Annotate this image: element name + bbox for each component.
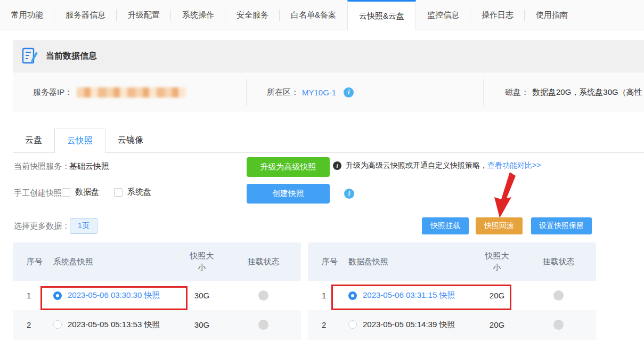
data-disk-snapshot-table: 序号 数据盘快照 快照大小 挂载状态 1 2023-05-06 03:31:15…: [308, 242, 596, 339]
snapshot-name: 2023-05-05 05:13:53 快照: [68, 320, 160, 330]
checkbox-label: 数据盘: [75, 187, 99, 197]
server-info-bar: 服务器IP： 所在区： MY10G-1 i 磁盘： 数据盘20G，系统盘30G（…: [13, 72, 644, 112]
zone-info-icon[interactable]: i: [344, 87, 354, 98]
tab-upgrade-config[interactable]: 升级配置: [117, 0, 171, 30]
row-index: 1: [308, 291, 342, 300]
server-ip-masked: [77, 87, 186, 98]
checkbox-icon: [114, 188, 123, 197]
service-label: 当前快照服务：: [14, 161, 70, 172]
document-edit-icon: [22, 47, 38, 64]
snapshot-size: 20G: [473, 320, 521, 329]
tab-cloud-snapshot-disk[interactable]: 云快照&云盘: [347, 0, 416, 30]
zone-value: MY10G-1: [302, 88, 336, 97]
snapshot-retention-button[interactable]: 设置快照保留: [531, 217, 592, 234]
system-disk-snapshot-table: 序号 系统盘快照 快照大小 挂载状态 1 2023-05-06 03:30:30…: [13, 242, 301, 339]
snapshot-link[interactable]: 2023-05-06 03:30:30 快照: [68, 290, 160, 301]
table-header: 序号 数据盘快照 快照大小 挂载状态: [308, 242, 596, 281]
checkbox-icon: [62, 188, 70, 197]
create-snapshot-info-icon[interactable]: i: [344, 189, 354, 199]
table-row: 2 2023-05-05 05:14:39 快照 20G: [308, 310, 596, 339]
mount-status-dot: [258, 290, 268, 301]
tab-whitelist-icp[interactable]: 白名单&备案: [280, 0, 347, 30]
subtab-cloud-snapshot[interactable]: 云快照: [54, 128, 105, 153]
zone-field: 所在区： MY10G-1 i: [247, 87, 483, 98]
current-data-header: 当前数据信息: [13, 40, 644, 72]
upgrade-advanced-snapshot-button[interactable]: 升级为高级快照: [247, 157, 330, 177]
feature-compare-link[interactable]: 查看功能对比>>: [487, 161, 541, 171]
row-index: 2: [13, 320, 47, 329]
table-row: 1 2023-05-06 03:31:15 快照 20G: [308, 281, 596, 310]
row-index: 2: [308, 320, 342, 329]
table-row: 1 2023-05-06 03:30:30 快照 30G: [13, 281, 301, 310]
checkbox-system-disk[interactable]: 系统盘: [114, 187, 151, 197]
zone-label: 所在区：: [267, 87, 299, 98]
tab-system-operations[interactable]: 系统操作: [171, 0, 225, 30]
tab-server-info[interactable]: 服务器信息: [54, 0, 117, 30]
snapshot-subtabs: 云盘 云快照 云镜像: [13, 128, 644, 153]
tab-monitoring-info[interactable]: 监控信息: [416, 0, 470, 30]
disk-field: 磁盘： 数据盘20G，系统盘30G（高性: [484, 87, 644, 98]
create-snapshot-button[interactable]: 创建快照: [247, 184, 330, 204]
more-data-label: 选择更多数据：: [14, 221, 70, 231]
upgrade-tip: i 升级为高级云快照或开通自定义快照策略， 查看功能对比>>: [333, 161, 541, 171]
subtab-cloud-image[interactable]: 云镜像: [105, 128, 156, 152]
snapshot-radio[interactable]: [53, 291, 62, 300]
header-name: 数据盘快照: [342, 257, 473, 267]
tab-operation-logs[interactable]: 操作日志: [470, 0, 525, 30]
upgrade-tip-text: 升级为高级云快照或开通自定义快照策略，: [346, 161, 487, 171]
page-1-button[interactable]: 1页: [70, 218, 97, 234]
upgrade-info-icon: i: [333, 161, 341, 170]
snapshot-size: 30G: [178, 320, 226, 329]
tab-user-guide[interactable]: 使用指南: [525, 0, 579, 30]
table-row: 2 2023-05-05 05:13:53 快照 30G: [13, 310, 301, 339]
snapshot-controls: 当前快照服务： 基础云快照 升级为高级快照 i 升级为高级云快照或开通自定义快照…: [0, 153, 644, 242]
snapshot-rollback-button[interactable]: 快照回滚: [476, 217, 523, 234]
snapshot-mount-button[interactable]: 快照挂载: [422, 217, 469, 234]
checkbox-label: 系统盘: [127, 187, 151, 197]
service-value: 基础云快照: [69, 161, 109, 172]
row-index: 1: [13, 291, 47, 300]
mount-status-dot: [553, 290, 564, 301]
header-size: 快照大小: [178, 250, 226, 273]
header-name: 系统盘快照: [47, 257, 178, 267]
header-index: 序号: [308, 257, 342, 267]
server-ip-field: 服务器IP：: [13, 87, 246, 98]
snapshot-link[interactable]: 2023-05-06 03:31:15 快照: [363, 290, 455, 301]
mount-status-dot: [258, 320, 268, 330]
header-mount-status: 挂载状态: [521, 257, 596, 267]
tab-common-functions[interactable]: 常用功能: [0, 0, 54, 30]
snapshot-size: 30G: [178, 291, 226, 300]
mount-status-dot: [553, 320, 564, 330]
checkbox-data-disk[interactable]: 数据盘: [62, 187, 99, 197]
disk-label: 磁盘：: [505, 87, 529, 98]
snapshot-name: 2023-05-05 05:14:39 快照: [363, 320, 455, 330]
subtab-cloud-disk[interactable]: 云盘: [13, 128, 54, 152]
snapshot-tables: 序号 系统盘快照 快照大小 挂载状态 1 2023-05-06 03:30:30…: [13, 242, 644, 339]
table-header: 序号 系统盘快照 快照大小 挂载状态: [13, 242, 301, 281]
snapshot-radio[interactable]: [348, 320, 357, 329]
snapshot-size: 20G: [473, 291, 521, 300]
header-index: 序号: [13, 257, 47, 267]
red-arrow-annotation: [482, 172, 519, 219]
panel-title: 当前数据信息: [46, 51, 97, 62]
top-nav: 常用功能 服务器信息 升级配置 系统操作 安全服务 白名单&备案 云快照&云盘 …: [0, 0, 644, 30]
disk-value: 数据盘20G，系统盘30G（高性: [532, 87, 642, 98]
tab-security-services[interactable]: 安全服务: [225, 0, 280, 30]
snapshot-radio[interactable]: [53, 320, 62, 329]
server-ip-label: 服务器IP：: [33, 87, 72, 98]
header-mount-status: 挂载状态: [226, 257, 301, 267]
header-size: 快照大小: [473, 250, 521, 273]
snapshot-radio[interactable]: [348, 291, 357, 300]
